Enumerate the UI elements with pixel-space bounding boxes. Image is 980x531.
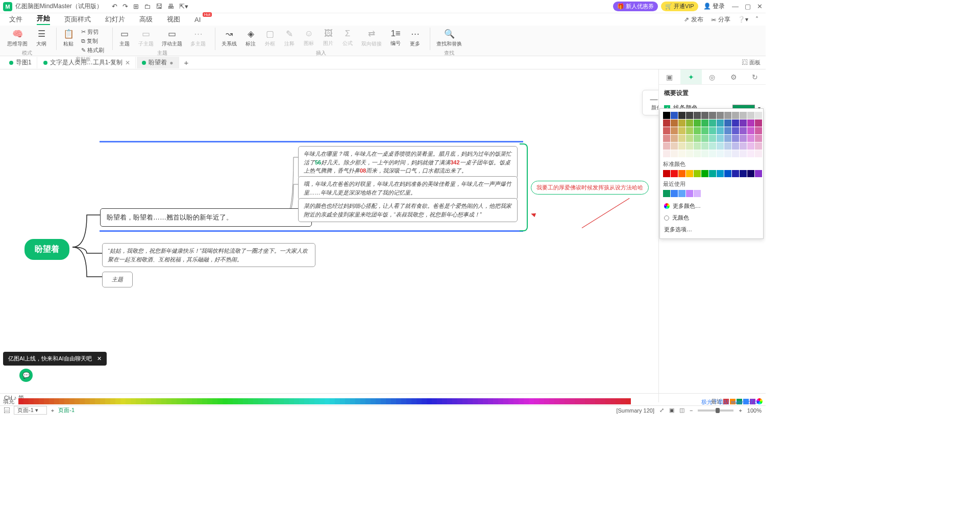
color-swatch[interactable] — [54, 398, 59, 404]
color-swatch[interactable] — [238, 398, 243, 404]
color-swatch[interactable] — [701, 112, 708, 119]
doc-tab-1[interactable]: 导图1 — [4, 57, 37, 68]
color-swatch[interactable] — [396, 398, 401, 404]
color-swatch[interactable] — [701, 127, 708, 134]
coupon-badge[interactable]: 🎁 新人优惠券 — [613, 2, 658, 11]
color-swatch[interactable] — [325, 398, 330, 404]
color-swatch[interactable] — [740, 135, 747, 142]
color-swatch[interactable] — [717, 119, 724, 127]
color-swatch[interactable] — [365, 398, 371, 404]
publish-button[interactable]: ⇗ 发布 — [684, 15, 703, 24]
color-swatch[interactable] — [755, 135, 762, 142]
color-swatch[interactable] — [187, 398, 192, 404]
color-swatch[interactable] — [544, 398, 549, 404]
color-swatch[interactable] — [539, 398, 544, 404]
sp-tab-history-icon[interactable]: ↻ — [744, 69, 766, 84]
color-swatch[interactable] — [468, 398, 473, 404]
vip-badge[interactable]: 🛒 开通VIP — [661, 2, 698, 11]
color-swatch[interactable] — [663, 170, 670, 177]
color-swatch[interactable] — [289, 398, 294, 404]
color-swatch[interactable] — [233, 398, 238, 404]
color-swatch[interactable] — [340, 398, 345, 404]
annotation-button[interactable]: ✎注释 — [281, 28, 298, 49]
topic-button[interactable]: ▭主题 — [116, 28, 133, 49]
color-swatch[interactable] — [192, 398, 197, 404]
save-icon[interactable]: 🖫 — [156, 3, 162, 10]
color-swatch[interactable] — [709, 127, 716, 134]
color-swatch[interactable] — [279, 398, 284, 404]
mark-button[interactable]: ◈标注 — [242, 28, 259, 49]
color-swatch[interactable] — [694, 112, 701, 119]
color-swatch[interactable] — [686, 119, 693, 127]
color-swatch[interactable] — [314, 398, 320, 404]
color-swatch[interactable] — [549, 398, 554, 404]
color-swatch[interactable] — [488, 398, 493, 404]
page-label[interactable]: 页面-1 — [58, 406, 75, 414]
new-icon[interactable]: ⊞ — [133, 3, 139, 10]
color-swatch[interactable] — [686, 150, 693, 157]
color-swatch[interactable] — [478, 398, 483, 404]
color-swatch[interactable] — [663, 112, 670, 119]
color-swatch[interactable] — [671, 135, 678, 142]
color-swatch[interactable] — [663, 135, 670, 142]
color-swatch[interactable] — [559, 398, 565, 404]
view-mode2-icon[interactable]: ◫ — [679, 407, 684, 414]
color-swatch[interactable] — [503, 398, 508, 404]
color-swatch[interactable] — [411, 398, 416, 404]
color-swatch[interactable] — [724, 142, 731, 150]
color-swatch[interactable] — [709, 112, 716, 119]
color-swatch[interactable] — [23, 398, 29, 404]
color-swatch[interactable] — [717, 142, 724, 150]
color-swatch[interactable] — [580, 398, 585, 404]
color-swatch[interactable] — [740, 112, 747, 119]
color-swatch[interactable] — [442, 398, 447, 404]
sp-tab-page-icon[interactable]: ▣ — [659, 69, 680, 84]
color-swatch[interactable] — [335, 398, 340, 404]
panel-toggle-button[interactable]: ⿴ 面板 — [742, 59, 761, 66]
color-swatch[interactable] — [371, 398, 376, 404]
print-icon[interactable]: 🖶 — [167, 3, 174, 10]
formula-button[interactable]: Σ公式 — [339, 28, 356, 49]
color-swatch[interactable] — [686, 190, 693, 197]
color-swatch[interactable] — [172, 398, 177, 404]
color-swatch[interactable] — [309, 398, 314, 404]
color-swatch[interactable] — [717, 127, 724, 134]
more-options-button[interactable]: 更多选项… — [663, 224, 760, 235]
tab-advanced[interactable]: 高级 — [139, 15, 153, 24]
color-swatch[interactable] — [709, 150, 716, 157]
color-swatch[interactable] — [732, 112, 739, 119]
color-swatch[interactable] — [663, 150, 670, 157]
color-swatch[interactable] — [678, 170, 685, 177]
color-swatch[interactable] — [740, 142, 747, 150]
doc-tab-2[interactable]: 文字是人类用…工具1-复制✕ — [38, 57, 136, 68]
color-swatch[interactable] — [156, 398, 161, 404]
color-swatch[interactable] — [126, 398, 131, 404]
color-swatch[interactable] — [600, 398, 605, 404]
color-swatch[interactable] — [678, 119, 685, 127]
color-swatch[interactable] — [120, 398, 126, 404]
no-color-button[interactable]: 无颜色 — [663, 212, 760, 224]
summary-brace[interactable] — [520, 143, 528, 231]
color-swatch[interactable] — [747, 142, 754, 150]
color-swatch[interactable] — [131, 398, 136, 404]
color-swatch[interactable] — [678, 190, 685, 197]
color-swatch[interactable] — [671, 190, 678, 197]
color-swatch[interactable] — [755, 112, 762, 119]
color-swatch[interactable] — [717, 170, 724, 177]
fit-icon[interactable]: ⤢ — [659, 407, 664, 414]
color-swatch[interactable] — [570, 398, 575, 404]
color-swatch[interactable] — [740, 170, 747, 177]
color-swatch[interactable] — [524, 398, 529, 404]
color-swatch[interactable] — [755, 142, 762, 150]
color-swatch[interactable] — [243, 398, 248, 404]
zoom-level[interactable]: 100% — [747, 407, 762, 414]
color-swatch[interactable] — [258, 398, 263, 404]
color-swatch[interactable] — [350, 398, 355, 404]
color-swatch[interactable] — [386, 398, 391, 404]
add-tab-button[interactable]: + — [180, 58, 193, 67]
color-swatch[interactable] — [678, 150, 685, 157]
root-topic[interactable]: 盼望着 — [24, 239, 69, 260]
color-swatch[interactable] — [732, 142, 739, 150]
color-swatch[interactable] — [263, 398, 268, 404]
color-swatch[interactable] — [701, 150, 708, 157]
